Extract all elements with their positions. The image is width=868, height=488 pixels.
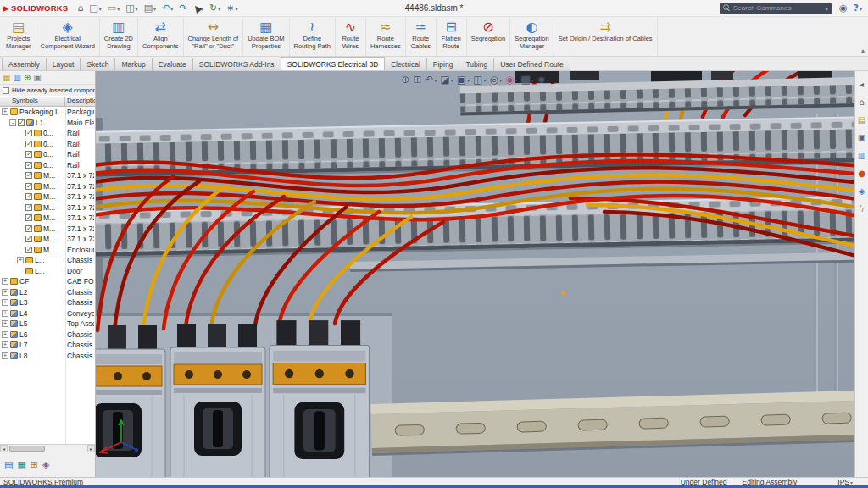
row-checkbox[interactable] [25,162,32,169]
circuit-breaker-3[interactable] [270,320,370,477]
tree-row[interactable]: + Packaging I... Packaging [0,107,95,118]
ribbon-button[interactable]: Flatten Route [437,18,467,56]
hud-button[interactable] [473,74,486,86]
expand-toggle[interactable]: + [2,331,8,338]
search-input[interactable] [733,4,822,12]
tree-row[interactable]: + L5 Top Assem [0,319,95,330]
hud-button[interactable] [440,74,453,86]
footer-view-icon[interactable] [4,459,13,470]
ribbon-button[interactable]: Define Routing Path [290,18,336,56]
command-tab[interactable]: User Defined Route [493,58,570,70]
hud-button[interactable] [413,74,421,86]
toolbar-button[interactable] [851,2,865,14]
toolbar-button[interactable] [142,2,159,14]
tree-row[interactable]: M... Enclosure [0,245,95,256]
graphics-area[interactable] [96,71,854,477]
tree-row[interactable]: M... 37.1 x 72.4 [0,170,95,181]
toolbar-button[interactable] [176,2,189,14]
task-pane-icon[interactable] [858,115,865,125]
toolbar-button[interactable] [207,2,223,14]
ribbon-button[interactable]: Update BOM Properties [243,18,289,56]
task-pane-icon[interactable] [860,80,864,89]
footer-view-icon[interactable] [17,459,25,470]
tree-row[interactable]: M... 37.1 x 72.4 [0,181,95,192]
scrollbar-track[interactable] [8,445,87,452]
task-pane-icon[interactable] [858,133,865,142]
task-pane-icon[interactable] [859,204,865,214]
ribbon-button[interactable]: Segregation [467,18,510,56]
expand-toggle[interactable]: + [2,278,8,285]
ribbon-button[interactable]: Create 2D Drawing [100,18,138,56]
tree-row[interactable]: 0... Rail [0,160,95,171]
tree-row[interactable]: M... 37.1 x 72.4 [0,234,95,245]
tree-row[interactable]: 0... Rail [0,128,95,139]
tree-row[interactable]: - L1 Main Elect [0,118,95,129]
chevron-down-icon[interactable] [825,4,828,13]
row-checkbox[interactable] [25,214,32,221]
command-tab[interactable]: Sketch [80,58,115,70]
ribbon-button[interactable]: Segregation Manager [510,18,554,56]
footer-view-icon[interactable] [42,459,49,470]
expand-toggle[interactable]: + [2,108,8,115]
panel-toolbar-icon[interactable] [13,73,20,82]
hud-button[interactable] [537,74,549,86]
collapse-ribbon-icon[interactable]: ▴ [861,47,865,54]
tree-row[interactable]: + L4 Conveyors [0,308,95,319]
command-tab[interactable]: Layout [46,58,81,70]
panel-toolbar-icon[interactable] [33,73,41,82]
ribbon-button[interactable]: Electrical Component Wizard [36,18,100,56]
toolbar-button[interactable] [191,2,206,14]
scrollbar-thumb[interactable] [9,446,45,452]
tree-row[interactable]: M... 37.1 x 72.4 [0,224,95,235]
command-tab[interactable]: Electrical [384,58,426,70]
row-checkbox[interactable] [25,204,32,211]
tree-horizontal-scrollbar[interactable]: ◂ ▸ [0,444,95,452]
toolbar-button[interactable] [837,2,850,14]
toolbar-button[interactable] [75,2,86,14]
circuit-breaker-2[interactable] [170,324,265,477]
task-pane-icon[interactable] [858,169,865,178]
hud-button[interactable] [401,74,409,86]
viewport-3d-scene[interactable] [96,71,854,477]
expand-toggle[interactable]: + [2,299,8,306]
panel-toolbar-icon[interactable] [3,73,10,82]
toolbar-button[interactable] [105,2,122,14]
row-checkbox[interactable] [18,119,25,126]
toolbar-button[interactable] [159,2,175,14]
hide-inserted-checkbox[interactable] [3,87,9,94]
tree-row[interactable]: M... 37.1 x 72.4 [0,213,95,224]
command-tab[interactable]: Evaluate [152,58,193,70]
row-checkbox[interactable] [25,172,32,179]
tree-row[interactable]: L... Door [0,266,95,277]
tree-row[interactable]: + L2 Chassis [0,287,95,298]
ribbon-button[interactable]: Route Wires [336,18,366,56]
expand-toggle[interactable]: + [2,352,8,359]
toolbar-button[interactable] [224,2,240,14]
expand-toggle[interactable]: + [17,257,24,263]
task-pane-icon[interactable] [858,151,865,160]
ribbon-button[interactable]: Route Harnesses [366,18,406,56]
ribbon-button[interactable]: Set Origin / Destination of Cables [554,18,658,56]
toolbar-button[interactable] [123,2,140,14]
row-checkbox[interactable] [25,193,32,200]
tree-row[interactable]: M... 37.1 x 72.4 [0,202,95,214]
tree-row[interactable]: + L6 Chassis [0,330,95,341]
tree-row[interactable]: + L8 Chassis [0,351,95,362]
ribbon-button[interactable]: Change Length of "Rail" or "Duct" [184,18,244,56]
row-checkbox[interactable] [25,183,32,190]
units-dropdown[interactable]: IPS [837,478,853,486]
expand-toggle[interactable]: + [2,310,8,317]
tree-row[interactable]: + L... Chassis [0,255,95,266]
tree-row[interactable]: + CF CAB FOAM [0,276,95,287]
row-checkbox[interactable] [25,247,32,253]
ribbon-button[interactable]: Route Cables [406,18,437,56]
expand-toggle[interactable]: + [2,341,8,348]
toolbar-button[interactable] [86,2,103,14]
hud-button[interactable] [425,74,437,86]
hud-button[interactable] [505,74,518,86]
ribbon-button[interactable]: Projects Manager [2,18,36,56]
reference-point[interactable] [562,291,566,296]
ribbon-button[interactable]: Align Components [138,18,184,56]
row-checkbox[interactable] [25,225,32,232]
expand-toggle[interactable]: + [2,289,8,296]
